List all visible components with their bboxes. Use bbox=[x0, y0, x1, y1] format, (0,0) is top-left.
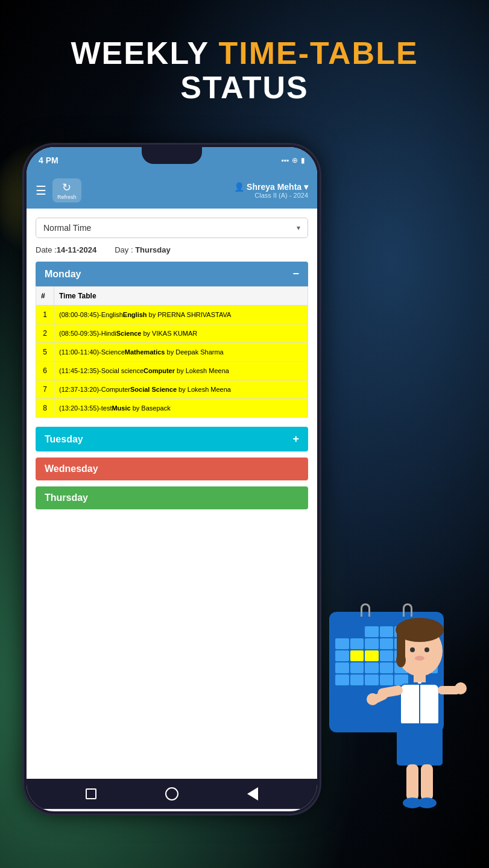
row-entry: (11:00-11:40)-ScienceMathematics by Deep… bbox=[54, 343, 308, 362]
row-num: 1 bbox=[36, 306, 54, 324]
signal-icon: ▪▪▪ bbox=[281, 156, 289, 165]
thursday-header[interactable]: Thursday bbox=[36, 486, 308, 509]
user-class: Class II (A) - 2024 bbox=[234, 192, 308, 199]
svg-rect-11 bbox=[397, 723, 443, 766]
circle-icon bbox=[165, 787, 178, 800]
col-num-header: # bbox=[36, 287, 54, 306]
status-bar: 4 PM ▪▪▪ ⊕ ▮ bbox=[27, 147, 317, 174]
date-display: Date :14-11-2024 bbox=[36, 245, 96, 254]
notch bbox=[142, 147, 202, 164]
monday-header[interactable]: Monday − bbox=[36, 262, 308, 286]
svg-point-4 bbox=[410, 647, 415, 652]
battery-icon: ▮ bbox=[301, 156, 305, 165]
user-name: 👤 Shreya Mehta ▾ bbox=[234, 182, 308, 192]
monday-toggle: − bbox=[292, 268, 299, 280]
header-right: 👤 Shreya Mehta ▾ Class II (A) - 2024 bbox=[234, 182, 308, 199]
row-num: 8 bbox=[36, 399, 54, 418]
monday-label: Monday bbox=[45, 269, 81, 280]
app-content: Normal Time ▾ Date :14-11-2024 Day : Thu… bbox=[27, 209, 317, 779]
status-icons: ▪▪▪ ⊕ ▮ bbox=[281, 156, 305, 165]
table-row: 2 (08:50-09:35)-HindiScience by VIKAS KU… bbox=[36, 324, 308, 343]
app-header: ☰ ↻ Refresh 👤 Shreya Mehta ▾ Class II (A… bbox=[27, 174, 317, 209]
svg-rect-18 bbox=[421, 764, 433, 800]
title-status: STATUS bbox=[18, 71, 471, 105]
tuesday-toggle: + bbox=[292, 433, 299, 445]
phone-inner: 4 PM ▪▪▪ ⊕ ▮ ☰ ↻ Refresh 👤 Shreya Mehta bbox=[27, 147, 317, 811]
row-num: 5 bbox=[36, 343, 54, 362]
hamburger-icon[interactable]: ☰ bbox=[36, 183, 46, 198]
refresh-label: Refresh bbox=[57, 194, 77, 200]
svg-point-15 bbox=[367, 693, 379, 705]
bottom-nav bbox=[27, 779, 317, 809]
phone-frame: 4 PM ▪▪▪ ⊕ ▮ ☰ ↻ Refresh 👤 Shreya Mehta bbox=[24, 145, 320, 814]
title-weekly: WEEKLY bbox=[71, 36, 218, 71]
table-row: 1 (08:00-08:45)-EnglishEnglish by PRERNA… bbox=[36, 306, 308, 324]
nav-home-button[interactable] bbox=[165, 787, 179, 801]
thursday-label: Thursday bbox=[45, 492, 88, 503]
entry-text: (13:20-13:55)-testMusic by Basepack bbox=[59, 404, 171, 412]
wednesday-label: Wednesday bbox=[45, 464, 98, 474]
nav-recent-button[interactable] bbox=[84, 787, 98, 801]
svg-rect-17 bbox=[406, 764, 418, 800]
header-left: ☰ ↻ Refresh bbox=[36, 178, 81, 203]
svg-point-5 bbox=[424, 647, 429, 652]
svg-point-16 bbox=[455, 682, 467, 694]
row-entry: (11:45-12:35)-Social scienceComputer by … bbox=[54, 362, 308, 380]
svg-point-3 bbox=[396, 653, 406, 667]
row-num: 2 bbox=[36, 324, 54, 343]
entry-text: (12:37-13:20)-ComputerSocial Science by … bbox=[59, 386, 231, 393]
table-row: 8 (13:20-13:55)-testMusic by Basepack bbox=[36, 399, 308, 418]
dropdown-chevron-icon: ▾ bbox=[304, 182, 308, 192]
row-num: 7 bbox=[36, 380, 54, 399]
tuesday-section: Tuesday + bbox=[36, 427, 308, 451]
day-display: Day : Thursday bbox=[115, 245, 170, 254]
svg-point-6 bbox=[415, 656, 424, 661]
entry-text: (08:50-09:35)-HindiScience by VIKAS KUMA… bbox=[59, 330, 197, 337]
dropdown-value: Normal Time bbox=[43, 223, 91, 233]
date-row: Date :14-11-2024 Day : Thursday bbox=[36, 245, 308, 254]
wifi-icon: ⊕ bbox=[292, 156, 298, 165]
wednesday-header[interactable]: Wednesday bbox=[36, 458, 308, 480]
row-entry: (08:00-08:45)-EnglishEnglish by PRERNA S… bbox=[54, 306, 308, 324]
col-timetable-header: Time Table bbox=[54, 287, 308, 306]
entry-text: (11:45-12:35)-Social scienceComputer by … bbox=[59, 367, 229, 374]
monday-timetable: # Time Table 1 (08:00-08:45)-EnglishEngl… bbox=[36, 286, 308, 418]
table-row: 6 (11:45-12:35)-Social scienceComputer b… bbox=[36, 362, 308, 380]
row-num: 6 bbox=[36, 362, 54, 380]
wednesday-section: Wednesday bbox=[36, 458, 308, 480]
svg-point-20 bbox=[417, 797, 437, 808]
refresh-button[interactable]: ↻ Refresh bbox=[52, 178, 81, 203]
triangle-icon bbox=[247, 787, 258, 800]
character-decoration bbox=[359, 615, 480, 844]
chevron-down-icon: ▾ bbox=[297, 224, 300, 232]
row-entry: (13:20-13:55)-testMusic by Basepack bbox=[54, 399, 308, 418]
time-type-dropdown[interactable]: Normal Time ▾ bbox=[36, 218, 308, 238]
table-row: 5 (11:00-11:40)-ScienceMathematics by De… bbox=[36, 343, 308, 362]
page-title-area: WEEKLY TIME-TABLE STATUS bbox=[18, 36, 471, 105]
title-timetable: TIME-TABLE bbox=[219, 36, 418, 71]
tuesday-header[interactable]: Tuesday + bbox=[36, 427, 308, 451]
status-time: 4 PM bbox=[39, 156, 58, 165]
entry-text: (08:00-08:45)-EnglishEnglish by PRERNA S… bbox=[59, 311, 231, 318]
row-entry: (12:37-13:20)-ComputerSocial Science by … bbox=[54, 380, 308, 399]
nav-back-button[interactable] bbox=[245, 787, 260, 801]
square-icon bbox=[86, 788, 96, 799]
thursday-section: Thursday bbox=[36, 486, 308, 509]
user-icon: 👤 bbox=[234, 182, 247, 192]
row-entry: (08:50-09:35)-HindiScience by VIKAS KUMA… bbox=[54, 324, 308, 343]
table-row: 7 (12:37-13:20)-ComputerSocial Science b… bbox=[36, 380, 308, 399]
tuesday-label: Tuesday bbox=[45, 434, 83, 445]
monday-section: Monday − # Time Table 1 (08 bbox=[36, 262, 308, 421]
refresh-icon: ↻ bbox=[57, 181, 77, 194]
entry-text: (11:00-11:40)-ScienceMathematics by Deep… bbox=[59, 348, 224, 356]
